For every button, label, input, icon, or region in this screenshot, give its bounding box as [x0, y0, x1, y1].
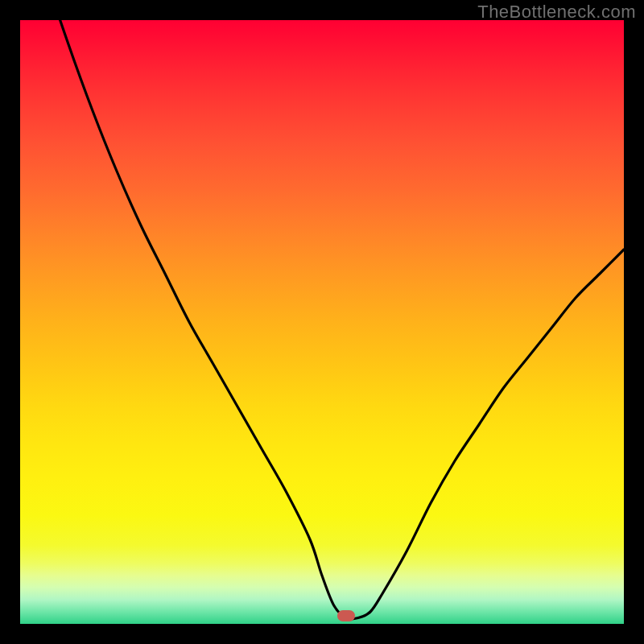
curve-path: [20, 20, 624, 619]
optimum-marker: [337, 610, 355, 621]
bottleneck-curve: [20, 20, 624, 624]
plot-area: [20, 20, 624, 624]
watermark-text: TheBottleneck.com: [477, 2, 636, 23]
chart-frame: TheBottleneck.com: [0, 0, 644, 644]
